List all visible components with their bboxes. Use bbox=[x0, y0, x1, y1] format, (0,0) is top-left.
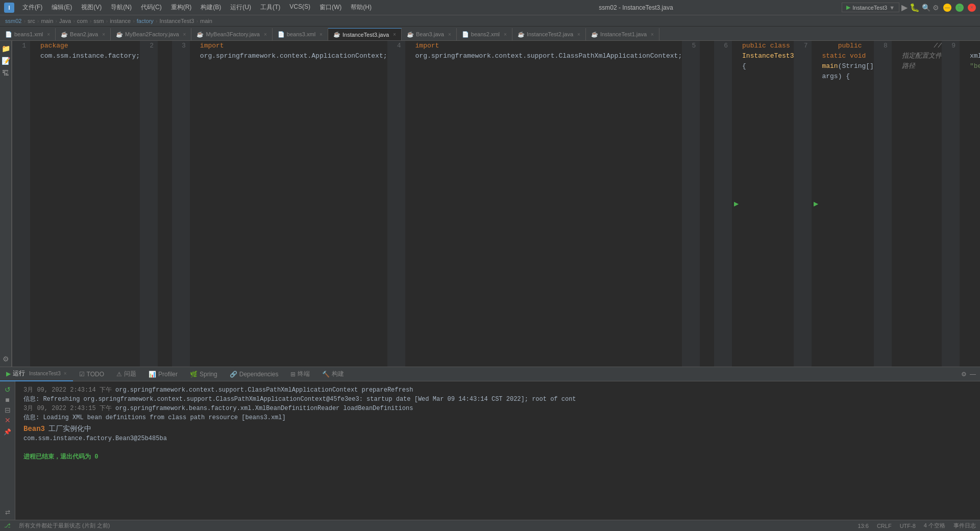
statusbar-line-ending[interactable]: CRLF bbox=[877, 523, 892, 529]
tab-mybean2factory[interactable]: ☕ MyBean2Factory.java × bbox=[111, 28, 191, 40]
breadcrumb-factory[interactable]: factory bbox=[137, 18, 154, 24]
tab-instancetest3java[interactable]: ☕ InstanceTest3.java × bbox=[328, 28, 402, 40]
code-line-2: 2 bbox=[140, 41, 172, 367]
bottom-tab-build[interactable]: 🔨 构建 bbox=[316, 367, 350, 381]
tab-beans2xml[interactable]: 📄 beans2.xml × bbox=[457, 28, 512, 40]
tab-close[interactable]: × bbox=[393, 32, 396, 37]
menu-file[interactable]: 文件(F) bbox=[18, 2, 46, 13]
menu-tools[interactable]: 工具(T) bbox=[256, 2, 284, 13]
git-branch-icon[interactable]: ⎇ bbox=[4, 522, 11, 529]
tool-project[interactable]: 📁 bbox=[0, 43, 11, 54]
bottom-tab-dependencies[interactable]: 🔗 Dependencies bbox=[224, 367, 285, 381]
breadcrumb-instance[interactable]: instance bbox=[110, 18, 131, 24]
tab-beans3xml[interactable]: 📄 beans3.xml × bbox=[273, 28, 328, 40]
breadcrumb-src[interactable]: src bbox=[28, 18, 35, 24]
build-icon: 🔨 bbox=[322, 371, 330, 378]
tab-instancetest2java[interactable]: ☕ InstanceTest2.java × bbox=[512, 28, 586, 40]
menu-vcs[interactable]: VCS(S) bbox=[285, 2, 314, 13]
tab-close[interactable]: × bbox=[47, 32, 50, 37]
bottom-tab-run[interactable]: ▶ 运行 InstanceTest3 × bbox=[0, 367, 73, 381]
tab-bean2java[interactable]: ☕ Bean2.java × bbox=[56, 28, 111, 40]
todo-icon: ☑ bbox=[79, 371, 85, 378]
spring-icon: 🌿 bbox=[190, 371, 198, 378]
stop-button[interactable]: ■ bbox=[5, 396, 9, 404]
xml-icon: 📄 bbox=[278, 31, 285, 38]
tool-bottom1[interactable]: ⚙ bbox=[0, 353, 11, 365]
bottom-settings-icon[interactable]: ⚙ bbox=[961, 371, 967, 378]
menu-help[interactable]: 帮助(H) bbox=[347, 2, 376, 13]
bottom-tab-profiler[interactable]: 📊 Profiler bbox=[142, 367, 184, 381]
run-panel-toolbar: ↺ ■ ⊟ ✕ 📌 ⇄ bbox=[0, 381, 15, 520]
run-tab-close[interactable]: × bbox=[64, 371, 67, 376]
menu-navigate[interactable]: 导航(N) bbox=[107, 2, 136, 13]
bottom-minimize-icon[interactable]: — bbox=[970, 371, 976, 378]
pin-button[interactable]: 📌 bbox=[4, 428, 11, 436]
tab-close[interactable]: × bbox=[183, 32, 186, 37]
maximize-button[interactable]: □ bbox=[955, 4, 964, 12]
run-tab-icon: ▶ bbox=[6, 370, 11, 377]
run-tab-label: 运行 bbox=[13, 369, 25, 378]
tool-commit[interactable]: 📝 bbox=[0, 55, 11, 66]
menu-edit[interactable]: 编辑(E) bbox=[47, 2, 76, 13]
log-line-5: Bean3 工厂实例化中 bbox=[23, 424, 972, 434]
run-gutter-icon-6[interactable]: ▶ bbox=[734, 200, 739, 207]
soft-wrap-button[interactable]: ⇄ bbox=[5, 509, 10, 516]
tab-close[interactable]: × bbox=[651, 32, 654, 37]
statusbar-event-log[interactable]: 事件日志 bbox=[953, 522, 976, 529]
rerun-button[interactable]: ↺ bbox=[5, 385, 11, 394]
tab-close[interactable]: × bbox=[448, 32, 451, 37]
menu-code[interactable]: 代码(C) bbox=[137, 2, 166, 13]
problems-label: 问题 bbox=[124, 370, 136, 378]
breadcrumb-main-method[interactable]: main bbox=[200, 18, 212, 24]
close-run-button[interactable]: ✕ bbox=[5, 416, 11, 424]
menu-refactor[interactable]: 重构(R) bbox=[167, 2, 196, 13]
bottom-tab-todo[interactable]: ☑ TODO bbox=[73, 367, 110, 381]
code-content-area[interactable]: 1 package com.ssm.instance.factory; 2 3 bbox=[12, 41, 980, 367]
breadcrumb-com[interactable]: com bbox=[77, 18, 88, 24]
dependencies-label: Dependencies bbox=[239, 371, 279, 378]
tab-beans1xml[interactable]: 📄 beans1.xml × bbox=[0, 28, 56, 40]
bottom-tab-terminal[interactable]: ⊞ 终端 bbox=[284, 367, 316, 381]
restore-layout[interactable]: ⊟ bbox=[5, 406, 11, 414]
menu-view[interactable]: 视图(V) bbox=[77, 2, 106, 13]
tab-close[interactable]: × bbox=[320, 32, 323, 37]
run-button[interactable]: ▶ bbox=[901, 3, 908, 12]
menu-run[interactable]: 运行(U) bbox=[226, 2, 255, 13]
window-controls: — □ × bbox=[943, 4, 976, 12]
xml-icon: 📄 bbox=[5, 31, 12, 38]
debug-button[interactable]: 🐛 bbox=[910, 3, 920, 12]
tab-close[interactable]: × bbox=[264, 32, 267, 37]
minimize-button[interactable]: — bbox=[943, 4, 951, 12]
statusbar-encoding[interactable]: UTF-8 bbox=[900, 523, 916, 529]
tab-close[interactable]: × bbox=[577, 32, 580, 37]
run-gutter-icon-7[interactable]: ▶ bbox=[814, 200, 818, 207]
profiler-label: Profiler bbox=[158, 371, 178, 378]
tab-mybean3factory[interactable]: ☕ MyBean3Factory.java × bbox=[191, 28, 272, 40]
java-icon: ☕ bbox=[333, 31, 340, 38]
menu-window[interactable]: 窗口(W) bbox=[315, 2, 346, 13]
breadcrumb-ssm02[interactable]: ssm02 bbox=[5, 18, 21, 24]
toolbar-search[interactable]: 🔍 bbox=[922, 4, 930, 12]
breadcrumb-java[interactable]: Java bbox=[59, 18, 71, 24]
breadcrumb-instancetest3[interactable]: InstanceTest3 bbox=[160, 18, 194, 24]
run-config-selector[interactable]: ▶ InstanceTest3 ▼ bbox=[842, 3, 899, 12]
statusbar-left: ⎇ 所有文件都处于最新状态 (片刻 之前) bbox=[4, 522, 110, 529]
menu-build[interactable]: 构建(B) bbox=[197, 2, 225, 13]
profiler-icon: 📊 bbox=[149, 371, 156, 378]
toolbar-settings[interactable]: ⚙ bbox=[933, 4, 939, 12]
statusbar-position[interactable]: 13:6 bbox=[857, 523, 868, 529]
tab-close[interactable]: × bbox=[102, 32, 105, 37]
bottom-tab-problems[interactable]: ⚠ 问题 bbox=[110, 367, 142, 381]
close-button[interactable]: × bbox=[968, 4, 976, 12]
run-output[interactable]: 3月 09, 2022 2:43:14 下午 org.springframewo… bbox=[15, 381, 980, 520]
statusbar-file-status: 所有文件都处于最新状态 (片刻 之前) bbox=[19, 522, 110, 529]
bottom-tab-spring[interactable]: 🌿 Spring bbox=[184, 367, 224, 381]
tool-structure[interactable]: 🏗 bbox=[0, 67, 11, 79]
breadcrumb-main[interactable]: main bbox=[41, 18, 53, 24]
log-line-1: 3月 09, 2022 2:43:14 下午 org.springframewo… bbox=[23, 385, 972, 395]
tab-bean3java[interactable]: ☕ Bean3.java × bbox=[402, 28, 457, 40]
tab-close[interactable]: × bbox=[504, 32, 507, 37]
tab-instancetest1java[interactable]: ☕ InstanceTest1.java × bbox=[586, 28, 659, 40]
breadcrumb-ssm[interactable]: ssm bbox=[93, 18, 104, 24]
statusbar-indent[interactable]: 4 个空格 bbox=[924, 522, 945, 529]
